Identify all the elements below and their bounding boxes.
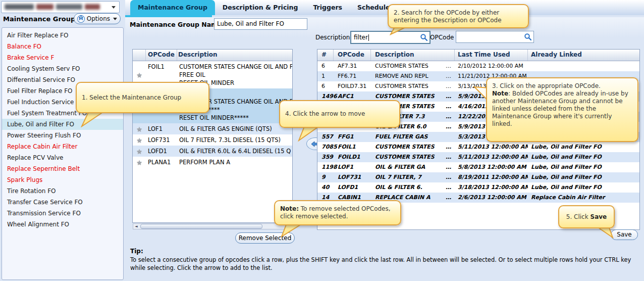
ellipsis-expand-button[interactable]: … — [446, 81, 455, 91]
sidebar-item-maintenance-group[interactable]: Replace PCV Valve — [2, 152, 123, 163]
chevron-down-icon[interactable] — [112, 6, 116, 9]
row-number-cell: 1 — [317, 71, 334, 81]
last-time-used-cell: 2/10/2012 12:00:00 AM — [455, 61, 528, 71]
star-icon: ★ — [136, 125, 142, 133]
scrollbar-thumb[interactable] — [140, 224, 262, 229]
search-icon[interactable] — [524, 33, 532, 41]
callout-step-1: 1. Select the Maintenance Group — [76, 82, 209, 113]
opcode-column-header: OPCode — [146, 50, 177, 61]
sidebar-item-maintenance-group[interactable]: Tire Rotation FO — [2, 185, 123, 197]
description-text: CUSTOMER STATES — [375, 61, 428, 71]
ellipsis-expand-button[interactable]: … — [446, 112, 455, 122]
already-linked-cell: Lube, Oil and Filter FO — [528, 142, 639, 152]
ellipsis-expand-button[interactable]: … — [446, 122, 455, 132]
star-cell: ★ — [133, 123, 146, 134]
tab-maintenance-group[interactable]: Maintenance Group — [130, 0, 215, 15]
available-opcode-row[interactable]: 9LOF731OIL 7 FILTER, 7…8/19/2011 12:00:0… — [317, 172, 639, 182]
callout-step-5: 5. Click Save — [558, 205, 615, 228]
sidebar-item-maintenance-group[interactable]: Replace Seperntine Belt — [2, 163, 123, 174]
available-opcode-row[interactable]: 6AF7.31CUSTOMER STATES…2/10/2012 12:00:0… — [317, 61, 639, 71]
opcode-cell: FOIL1 — [334, 142, 371, 152]
already-linked-cell: Lube, Oil and Filter FO — [528, 172, 639, 182]
ellipsis-expand-button[interactable]: … — [446, 71, 455, 81]
description-text: OIL & FILTER GA — [375, 162, 425, 172]
already-linked-cell: Replace Cabin Air Filter — [528, 193, 639, 203]
linked-opcodes-grid: OPCode Description ★FOIL1CUSTOMER STATES… — [132, 49, 293, 223]
tab-triggers[interactable]: Triggers — [305, 0, 350, 15]
available-opcode-row[interactable]: 359FOILD1CUSTOMER STATES…5/11/2013 12:00… — [317, 152, 639, 162]
ellipsis-expand-button[interactable]: … — [446, 172, 455, 182]
sidebar-item-maintenance-group[interactable]: Balance FO — [2, 41, 123, 52]
star-icon: ★ — [136, 71, 142, 79]
star-icon: ★ — [136, 148, 142, 155]
available-opcode-row[interactable]: 1198LOF1OIL & FILTER GA…5/8/2013 12:00:0… — [317, 162, 639, 172]
search-icon[interactable] — [420, 33, 428, 41]
sidebar-item-maintenance-group[interactable]: Replace Cabin Air Filter — [2, 141, 123, 152]
horizontal-scrollbar[interactable]: ◄ ► — [133, 223, 292, 229]
ellipsis-expand-button[interactable]: … — [446, 61, 455, 71]
description-search-value: filter — [354, 34, 368, 41]
opcode-cell: LOFD1 — [334, 182, 371, 193]
save-button[interactable]: Save — [611, 229, 638, 240]
ellipsis-expand-button[interactable]: … — [446, 193, 455, 203]
row-number-cell: 1198 — [317, 162, 334, 172]
sidebar-item-maintenance-group[interactable]: Wheel Alignment FO — [2, 219, 123, 230]
description-text: OIL 7 FILTER, 7 — [375, 172, 421, 182]
row-number-cell: 359 — [317, 152, 334, 162]
already-linked-cell: Lube, Oil and Filter FO — [528, 152, 639, 162]
row-number-cell: 6 — [317, 61, 334, 71]
star-cell: ★ — [133, 134, 146, 146]
options-button-label: Options — [87, 15, 110, 22]
available-opcode-row[interactable]: 40LOFD1OIL & FILTER 6.…3/18/2013 12:00:0… — [317, 182, 639, 193]
sidebar-item-maintenance-group[interactable]: Spark Plugs — [2, 174, 123, 185]
ellipsis-expand-button[interactable]: … — [446, 162, 455, 172]
ellipsis-expand-button[interactable]: … — [446, 91, 455, 102]
number-column-header: # — [317, 50, 334, 61]
sidebar-item-maintenance-group[interactable]: Transfer Case Service FO — [2, 197, 123, 208]
ellipsis-expand-button[interactable]: … — [446, 142, 455, 152]
ellipsis-expand-button[interactable]: … — [446, 102, 455, 112]
linked-opcode-row[interactable]: ★LOF731OIL 7 FILTER, 7.3L DIESEL (15 QTS… — [133, 134, 292, 146]
description-cell: OIL & FILTER 6.… — [371, 182, 455, 193]
chevron-down-icon — [113, 18, 117, 20]
description-column-header: Description — [371, 50, 455, 61]
tip-text-line1: To select a consecutive group of opcodes… — [130, 256, 642, 263]
description-cell: CUSTOMER STATES… — [371, 81, 455, 91]
linked-opcode-row[interactable]: ★LOF1OIL & FILTER GAS ENGINE (QTS) — [133, 123, 292, 134]
options-button[interactable]: M Options — [74, 13, 121, 24]
linked-grid-body: ★FOIL1CUSTOMER STATES CHANGE OIL AND FFR… — [133, 61, 292, 168]
maintenance-groups-list: Air Filter Replace FOBalance FOBrake Ser… — [2, 27, 124, 280]
ellipsis-expand-button[interactable]: … — [446, 182, 455, 193]
store-selector-combobox[interactable] — [1, 1, 120, 13]
sidebar-item-maintenance-group[interactable]: Cooling System Serv FO — [2, 63, 123, 74]
already-linked-cell: Lube, Oil and Filter FO — [528, 182, 639, 193]
maintenance-group-name-input[interactable]: Lube, Oil and Filter FO — [214, 18, 307, 30]
row-number-cell: 9 — [317, 172, 334, 182]
linked-grid-header: OPCode Description — [133, 50, 292, 61]
sidebar-item-maintenance-group[interactable]: Lube, Oil and Filter FO — [2, 119, 123, 130]
sidebar-item-maintenance-group[interactable]: Transmission Service FO — [2, 208, 123, 219]
scroll-left-arrow-icon[interactable]: ◄ — [133, 224, 139, 229]
description-cell: CUSTOMER STATES… — [371, 61, 455, 71]
description-cell: OIL 7 FILTER, 7.3L DIESEL (15 QTS) — [179, 134, 292, 146]
description-text: CUSTOMER STATES — [375, 142, 435, 152]
linked-opcode-row[interactable]: ★LOFD1OIL & FILTER 6.0L & 6.4L DIESEL (1… — [133, 146, 292, 157]
description-line: OIL & FILTER 6.0L & 6.4L DIESEL (15 Q — [179, 147, 291, 155]
linked-opcode-row[interactable]: ★PLANA1PERFORM PLAN A — [133, 157, 292, 168]
already-linked-cell — [528, 61, 639, 71]
sidebar-item-maintenance-group[interactable]: Brake Service F — [2, 52, 123, 63]
available-opcode-row[interactable]: 7085FOIL1CUSTOMER STATES…5/11/2013 12:00… — [317, 142, 639, 152]
tab-bar: Maintenance Group Description & Pricing … — [125, 0, 644, 15]
ellipsis-expand-button[interactable]: … — [446, 152, 455, 162]
opcode-search-input[interactable] — [456, 31, 534, 43]
sidebar-item-maintenance-group[interactable]: Power Steering Flush FO — [2, 130, 123, 141]
description-column-header: Description — [177, 50, 292, 61]
row-number-cell: 6 — [317, 81, 334, 91]
sidebar-item-maintenance-group[interactable]: Air Filter Replace FO — [2, 30, 123, 41]
description-text: CUSTOMER STATES — [375, 81, 428, 91]
row-number-cell: 7085 — [317, 142, 334, 152]
description-cell: OIL & FILTER GA… — [371, 162, 455, 172]
tab-description-pricing[interactable]: Description & Pricing — [215, 0, 306, 15]
maintenance-group-name-label: Maintenance Group Name — [130, 21, 222, 28]
tip-label: Tip: — [130, 248, 143, 255]
